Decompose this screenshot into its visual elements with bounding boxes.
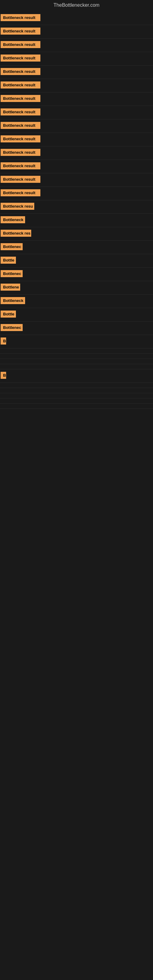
list-item: Bottle — [0, 254, 153, 268]
list-item: Bottleneck result — [0, 25, 153, 38]
bottleneck-badge[interactable]: Bottleneck result — [1, 14, 40, 21]
bottleneck-badge[interactable]: Bottleneck result — [1, 108, 40, 115]
bottleneck-badge[interactable]: Bottle — [1, 257, 16, 264]
list-item: Bottleneck — [0, 214, 153, 227]
list-item: Bottle — [0, 308, 153, 321]
bottleneck-badge[interactable]: B — [1, 372, 6, 379]
list-item: Bottlenec — [0, 321, 153, 335]
list-item: Bottleneck result — [0, 187, 153, 200]
list-item: B — [0, 369, 153, 383]
list-item — [0, 393, 153, 398]
bottleneck-badge[interactable]: Bottleneck res — [1, 230, 31, 237]
bottleneck-badge[interactable]: B — [1, 337, 6, 345]
list-item — [0, 398, 153, 404]
bottleneck-badge[interactable]: Bottleneck result — [1, 27, 40, 35]
list-item: Bottleneck result — [0, 92, 153, 106]
list-item — [0, 354, 153, 359]
list-item: Bottleneck result — [0, 133, 153, 146]
list-item: Bottleneck result — [0, 65, 153, 79]
bottleneck-badge[interactable]: Bottleneck result — [1, 54, 40, 62]
bottleneck-badge[interactable]: Bottleneck result — [1, 176, 40, 183]
bottleneck-badge[interactable]: Bottleneck result — [1, 189, 40, 196]
list-item: Bottleneck result — [0, 119, 153, 133]
list-item: Bottlenec — [0, 268, 153, 281]
bottleneck-badge[interactable]: Bottlene — [1, 283, 20, 291]
list-item — [0, 348, 153, 354]
bottleneck-badge[interactable]: Bottlenec — [1, 243, 22, 250]
bottleneck-badge[interactable]: Bottleneck result — [1, 68, 40, 75]
bottleneck-badge[interactable]: Bottleneck result — [1, 81, 40, 89]
bottleneck-badge[interactable]: Bottleneck — [1, 297, 25, 304]
list-item: Bottlenec — [0, 241, 153, 254]
bottleneck-badge[interactable]: Bottle — [1, 310, 16, 318]
list-item — [0, 404, 153, 409]
bottleneck-badge[interactable]: Bottlenec — [1, 270, 22, 277]
list-item: Bottleneck result — [0, 160, 153, 173]
list-item: Bottleneck result — [0, 106, 153, 119]
list-item — [0, 383, 153, 388]
bottleneck-badge[interactable]: Bottleneck result — [1, 95, 40, 102]
list-item: Bottleneck result — [0, 12, 153, 25]
list-item — [0, 388, 153, 393]
bottleneck-badge[interactable]: Bottlenec — [1, 324, 22, 331]
list-item: B — [0, 335, 153, 348]
list-item: Bottleneck resu — [0, 200, 153, 214]
bottleneck-badge[interactable]: Bottleneck result — [1, 135, 40, 142]
bottleneck-badge[interactable]: Bottleneck result — [1, 149, 40, 156]
list-item: Bottleneck — [0, 294, 153, 308]
bottleneck-badge[interactable]: Bottleneck result — [1, 122, 40, 129]
list-item — [0, 359, 153, 364]
site-title: TheBottlenecker.com — [0, 0, 153, 10]
bottleneck-badge[interactable]: Bottleneck resu — [1, 203, 34, 210]
list-item: Bottleneck result — [0, 38, 153, 52]
list-item: Bottleneck res — [0, 227, 153, 241]
list-item: Bottleneck result — [0, 146, 153, 160]
list-item: Bottleneck result — [0, 173, 153, 187]
bottleneck-badge[interactable]: Bottleneck result — [1, 162, 40, 169]
list-item — [0, 364, 153, 369]
list-item: Bottleneck result — [0, 79, 153, 92]
bottleneck-badge[interactable]: Bottleneck result — [1, 41, 40, 48]
list-item: Bottleneck result — [0, 52, 153, 65]
list-item: Bottlene — [0, 281, 153, 294]
bottleneck-badge[interactable]: Bottleneck — [1, 216, 25, 223]
bottleneck-list: Bottleneck resultBottleneck resultBottle… — [0, 10, 153, 410]
